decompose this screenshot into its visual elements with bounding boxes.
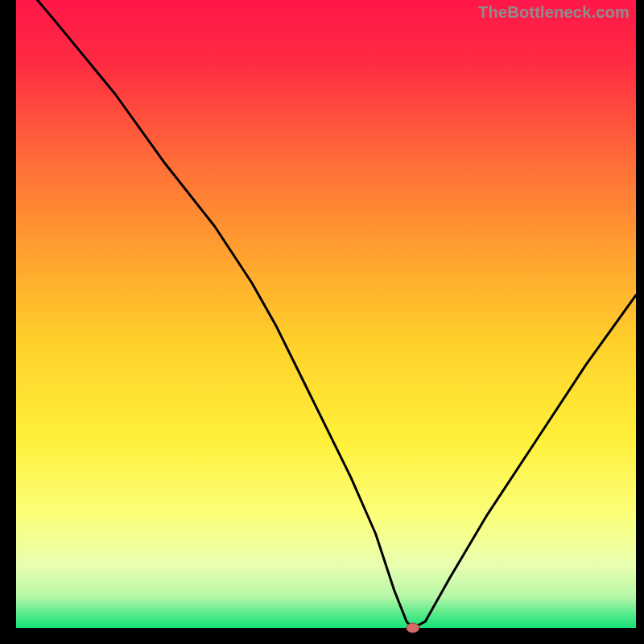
- optimal-marker: [407, 623, 419, 633]
- watermark-text: TheBottleneck.com: [478, 3, 630, 22]
- chart-container: TheBottleneck.com: [0, 0, 644, 644]
- plot-background: [16, 0, 636, 628]
- bottleneck-chart: [0, 0, 644, 644]
